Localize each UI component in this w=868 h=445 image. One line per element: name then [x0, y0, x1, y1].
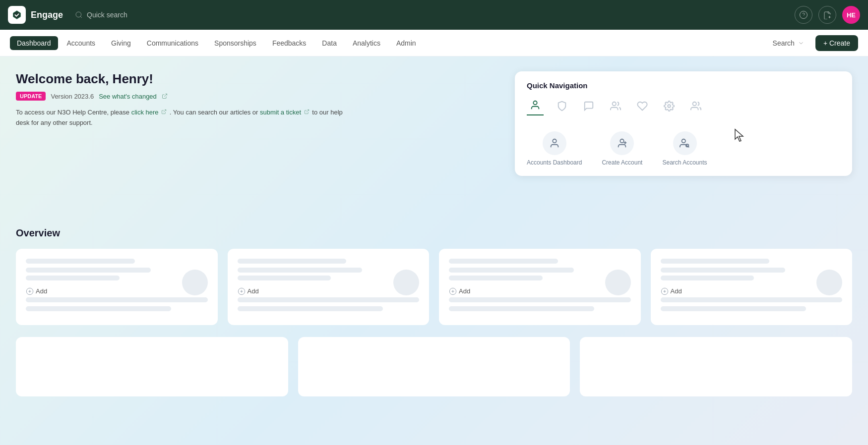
- overview-title: Overview: [16, 227, 852, 239]
- user-avatar[interactable]: HE: [842, 6, 860, 24]
- plus-circle-icon-2: [238, 287, 246, 295]
- quick-nav-tab-heart[interactable]: [634, 98, 651, 114]
- external-link-icon-2: [161, 109, 167, 114]
- plus-circle-icon: [26, 287, 34, 295]
- skeleton: [661, 306, 806, 311]
- add-button-1[interactable]: Add: [26, 285, 182, 297]
- skeleton: [449, 297, 631, 302]
- search-accounts-label: Search Accounts: [662, 159, 707, 166]
- search-accounts-shortcut[interactable]: Search Accounts: [662, 131, 707, 166]
- skeleton: [238, 268, 363, 273]
- skeleton: [661, 259, 770, 264]
- svg-line-16: [688, 147, 689, 148]
- svg-point-10: [553, 139, 556, 143]
- card-2-left: Add: [238, 268, 394, 297]
- chevron-down-icon: [798, 40, 805, 47]
- search-accounts-icon: [673, 131, 697, 155]
- add-button-4[interactable]: Add: [661, 285, 817, 297]
- overview-bottom-cards: [16, 337, 852, 396]
- quick-nav-tab-giving[interactable]: [554, 98, 570, 114]
- sec-nav-actions: Search + Create: [768, 35, 858, 51]
- submit-ticket-link[interactable]: submit a ticket: [260, 109, 301, 116]
- skeleton: [26, 306, 171, 311]
- overview-cards-grid: Add: [16, 249, 852, 325]
- skeleton: [26, 268, 151, 273]
- skeleton: [661, 268, 786, 273]
- svg-line-5: [306, 110, 309, 112]
- nav-feedbacks[interactable]: Feedbacks: [265, 36, 313, 50]
- help-text: To access our N3O Help Centre, please cl…: [16, 108, 353, 128]
- plus-circle-icon-3: [449, 287, 457, 295]
- nav-sponsorships[interactable]: Sponsorships: [207, 36, 263, 50]
- bottom-card-2: [298, 337, 570, 396]
- add-button-3[interactable]: Add: [449, 285, 605, 297]
- external-link-icon-3: [304, 109, 310, 114]
- overview-card-2: Add: [228, 249, 430, 325]
- nav-admin[interactable]: Admin: [389, 36, 423, 50]
- svg-point-7: [613, 102, 616, 106]
- quick-nav-tab-accounts[interactable]: [527, 97, 544, 115]
- quick-nav-tab-settings[interactable]: [661, 98, 678, 114]
- nav-data[interactable]: Data: [315, 36, 344, 50]
- svg-point-11: [620, 139, 624, 143]
- nav-dashboard[interactable]: Dashboard: [10, 36, 58, 50]
- search-icon: [75, 11, 83, 19]
- help-text-1: To access our N3O Help Centre, please: [16, 109, 129, 116]
- overview-section: Overview Add: [16, 227, 852, 396]
- external-link-icon: [162, 93, 168, 99]
- quick-search[interactable]: Quick search: [75, 11, 127, 19]
- quick-nav-tab-communications[interactable]: [580, 98, 597, 114]
- create-account-shortcut[interactable]: Create Account: [602, 131, 642, 166]
- nav-giving[interactable]: Giving: [104, 36, 138, 50]
- quick-search-label: Quick search: [87, 11, 127, 19]
- svg-point-14: [682, 139, 685, 143]
- logo[interactable]: Engage: [8, 6, 63, 24]
- skeleton: [26, 259, 135, 264]
- welcome-section: Welcome back, Henry! UPDATE Version 2023…: [16, 71, 353, 128]
- accounts-dashboard-shortcut[interactable]: Accounts Dashboard: [527, 131, 582, 166]
- app-name: Engage: [31, 10, 63, 20]
- nav-communications[interactable]: Communications: [140, 36, 205, 50]
- skeleton: [238, 306, 383, 311]
- notifications-button[interactable]: [818, 6, 836, 24]
- search-button[interactable]: Search: [768, 36, 809, 50]
- skeleton: [26, 297, 208, 302]
- quick-nav-tab-team[interactable]: [687, 98, 704, 114]
- create-account-label: Create Account: [602, 159, 642, 166]
- skeleton: [238, 297, 420, 302]
- see-changed-link[interactable]: See what's changed: [99, 93, 157, 100]
- overview-card-3: Add: [439, 249, 641, 325]
- skeleton: [449, 259, 558, 264]
- nav-accounts[interactable]: Accounts: [60, 36, 103, 50]
- version-text: Version 2023.6: [51, 93, 94, 100]
- overview-card-4: Add: [651, 249, 853, 325]
- card-circle-4: [816, 270, 842, 295]
- quick-nav-title: Quick Navigation: [527, 81, 840, 90]
- skeleton: [661, 297, 843, 302]
- card-circle-2: [393, 270, 419, 295]
- card-3-left: Add: [449, 268, 605, 297]
- quick-nav-tab-people[interactable]: [607, 98, 624, 114]
- add-button-2[interactable]: Add: [238, 285, 394, 297]
- svg-point-1: [800, 11, 807, 19]
- quick-nav-icon-tabs: [527, 97, 840, 121]
- accounts-dashboard-label: Accounts Dashboard: [527, 159, 582, 166]
- help-button[interactable]: [795, 6, 812, 24]
- card-3-inner: Add: [449, 268, 631, 297]
- card-2-inner: Add: [238, 268, 420, 297]
- plus-circle-icon-4: [661, 287, 669, 295]
- create-button[interactable]: + Create: [815, 35, 858, 51]
- update-badge: UPDATE: [16, 92, 46, 101]
- nav-analytics[interactable]: Analytics: [346, 36, 387, 50]
- overview-card-1: Add: [16, 249, 218, 325]
- card-circle-1: [182, 270, 208, 295]
- update-row: UPDATE Version 2023.6 See what's changed: [16, 92, 353, 101]
- help-centre-link[interactable]: click here: [131, 109, 159, 116]
- top-navigation: Engage Quick search HE: [0, 0, 868, 30]
- card-circle-3: [605, 270, 631, 295]
- svg-point-0: [76, 12, 81, 17]
- skeleton: [661, 276, 754, 280]
- skeleton: [238, 259, 347, 264]
- svg-line-3: [164, 94, 167, 97]
- create-account-icon: [610, 131, 634, 155]
